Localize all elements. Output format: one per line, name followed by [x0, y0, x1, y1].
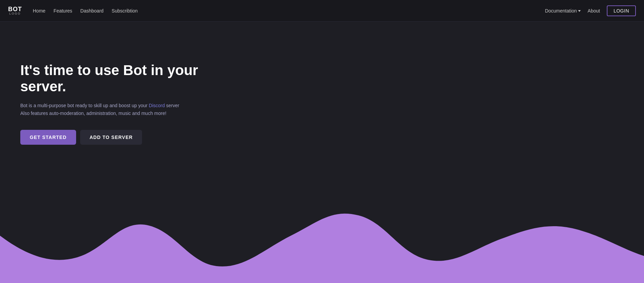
- documentation-link[interactable]: Documentation: [545, 8, 581, 14]
- nav-link-home[interactable]: Home: [33, 8, 45, 14]
- navbar: BOT LOGO Home Features Dashboard Subscri…: [0, 0, 644, 22]
- hero-content: It's time to use Bot in your server. Bot…: [20, 62, 210, 145]
- hero-subtitle: Bot is a multi-purpose bot ready to skil…: [20, 102, 210, 118]
- documentation-label: Documentation: [545, 8, 577, 14]
- get-started-button[interactable]: GET STARTED: [20, 130, 76, 145]
- about-link[interactable]: About: [588, 8, 600, 14]
- wave-path: [0, 214, 644, 283]
- nav-link-subscription[interactable]: Subscribtion: [112, 8, 138, 14]
- nav-links: Home Features Dashboard Subscribtion: [33, 8, 138, 14]
- nav-item-home[interactable]: Home: [33, 8, 45, 14]
- nav-right: Documentation About LOGIN: [545, 5, 636, 16]
- logo-logo-text: LOGO: [9, 12, 21, 15]
- nav-link-dashboard[interactable]: Dashboard: [80, 8, 104, 14]
- hero-subtitle-line2: Also features auto-moderation, administr…: [20, 111, 166, 116]
- login-button[interactable]: LOGIN: [607, 5, 636, 16]
- hero-buttons: GET STARTED ADD TO SERVER: [20, 130, 210, 145]
- nav-link-features[interactable]: Features: [53, 8, 72, 14]
- logo: BOT LOGO: [8, 6, 22, 15]
- nav-item-features[interactable]: Features: [53, 8, 72, 14]
- nav-item-subscription[interactable]: Subscribtion: [112, 8, 138, 14]
- add-to-server-button[interactable]: ADD TO SERVER: [80, 130, 142, 145]
- nav-item-dashboard[interactable]: Dashboard: [80, 8, 104, 14]
- wave-decoration: [0, 168, 644, 283]
- hero-section: It's time to use Bot in your server. Bot…: [0, 22, 644, 283]
- logo-bot-text: BOT: [8, 6, 22, 12]
- hero-subtitle-line1: Bot is a multi-purpose bot ready to skil…: [20, 103, 179, 108]
- hero-title: It's time to use Bot in your server.: [20, 62, 210, 95]
- nav-left: BOT LOGO Home Features Dashboard Subscri…: [8, 6, 138, 15]
- chevron-down-icon: [578, 10, 581, 12]
- wave-svg: [0, 168, 644, 283]
